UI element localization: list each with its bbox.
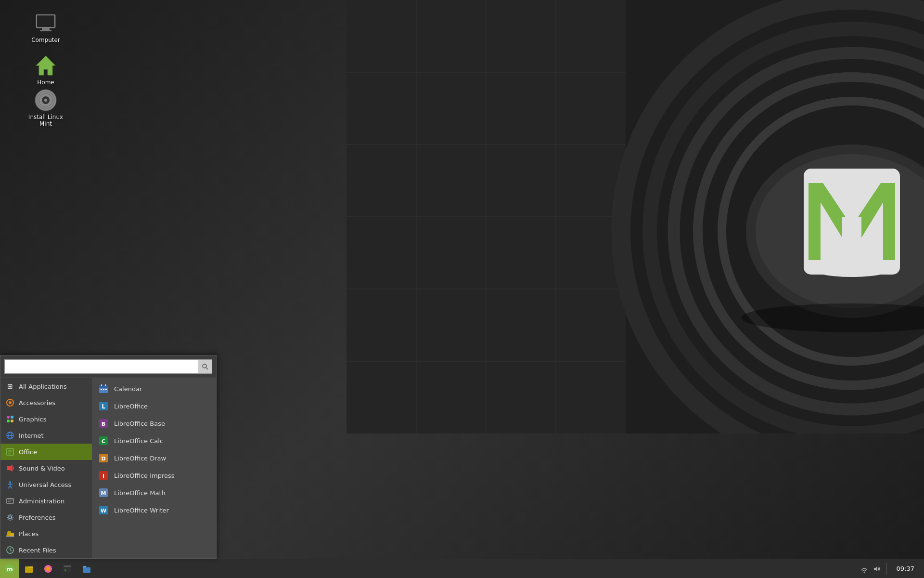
- graphics-icon: [5, 414, 15, 424]
- cat-internet[interactable]: Internet: [0, 427, 92, 444]
- app-libreoffice-draw[interactable]: D LibreOffice Draw: [92, 449, 216, 467]
- svg-rect-23: [37, 15, 54, 27]
- svg-rect-53: [7, 499, 13, 503]
- cat-universal-access-label: Universal Access: [19, 481, 71, 488]
- menu-categories: ⊞ All Applications Accessories: [0, 378, 92, 558]
- desktop-icon-install-mint[interactable]: Install Linux Mint: [24, 87, 67, 129]
- libreoffice-calc-icon: C: [98, 435, 109, 447]
- svg-text:>_: >_: [64, 568, 69, 572]
- cat-graphics[interactable]: Graphics: [0, 411, 92, 427]
- search-bar: [0, 355, 216, 378]
- menu-body: ⊞ All Applications Accessories: [0, 378, 216, 558]
- places-icon: [5, 529, 15, 539]
- svg-line-62: [10, 550, 12, 551]
- calendar-app-icon: [98, 383, 109, 394]
- libreoffice-draw-label: LibreOffice Draw: [114, 455, 166, 462]
- search-input[interactable]: [5, 361, 198, 372]
- cat-internet-label: Internet: [19, 432, 44, 439]
- app-libreoffice-math[interactable]: M LibreOffice Math: [92, 484, 216, 501]
- svg-point-37: [11, 416, 13, 419]
- svg-rect-25: [40, 30, 51, 31]
- cat-graphics-label: Graphics: [19, 416, 46, 423]
- libreoffice-calc-label: LibreOffice Calc: [114, 437, 163, 445]
- cat-preferences-label: Preferences: [19, 514, 55, 521]
- taskbar-firefox-button[interactable]: [38, 559, 58, 578]
- taskbar-right: 09:37: [860, 563, 924, 575]
- svg-point-29: [44, 99, 47, 102]
- start-button[interactable]: m: [0, 559, 19, 578]
- svg-rect-67: [101, 389, 102, 390]
- cat-recent-label: Recent Files: [19, 547, 56, 554]
- app-libreoffice-writer[interactable]: W LibreOffice Writer: [92, 501, 216, 519]
- svg-rect-93: [83, 567, 90, 573]
- cat-recent-files[interactable]: Recent Files: [0, 542, 92, 558]
- desktop-wallpaper: [346, 0, 924, 434]
- svg-point-38: [7, 420, 10, 422]
- desktop-icon-home[interactable]: Home: [24, 52, 67, 88]
- svg-rect-59: [6, 536, 14, 537]
- administration-icon: [5, 496, 15, 506]
- cat-places[interactable]: Places: [0, 525, 92, 542]
- app-libreoffice[interactable]: L LibreOffice: [92, 397, 216, 415]
- cat-office[interactable]: Office: [0, 444, 92, 460]
- universal-access-icon: [5, 480, 15, 489]
- cat-sound-video[interactable]: Sound & Video: [0, 460, 92, 476]
- cat-administration[interactable]: Administration: [0, 493, 92, 509]
- svg-point-35: [9, 401, 12, 404]
- app-menu: ⊞ All Applications Accessories: [0, 355, 217, 559]
- app-calendar[interactable]: Calendar: [92, 380, 216, 397]
- menu-apps: Calendar L LibreOffice: [92, 378, 216, 558]
- svg-point-89: [46, 567, 50, 571]
- libreoffice-icon: L: [98, 400, 109, 412]
- computer-icon: [34, 12, 57, 35]
- svg-rect-58: [10, 533, 14, 536]
- svg-point-36: [7, 416, 10, 419]
- cat-universal-access[interactable]: Universal Access: [0, 476, 92, 493]
- svg-rect-24: [42, 28, 50, 30]
- taskbar-left: m >_: [0, 559, 860, 578]
- desktop-icon-computer[interactable]: Computer: [24, 10, 67, 45]
- svg-line-33: [206, 368, 208, 369]
- cat-accessories[interactable]: Accessories: [0, 394, 92, 411]
- home-icon: [34, 54, 57, 77]
- libreoffice-base-label: LibreOffice Base: [114, 420, 165, 427]
- taskbar-files-button[interactable]: [19, 559, 38, 578]
- app-libreoffice-base[interactable]: B LibreOffice Base: [92, 415, 216, 432]
- svg-point-56: [9, 516, 12, 519]
- svg-text:C: C: [102, 438, 105, 445]
- app-libreoffice-impress[interactable]: I LibreOffice Impress: [92, 467, 216, 484]
- install-mint-label: Install Linux Mint: [26, 114, 65, 127]
- libreoffice-impress-label: LibreOffice Impress: [114, 472, 175, 479]
- calendar-label: Calendar: [114, 385, 142, 393]
- cat-administration-label: Administration: [19, 498, 64, 505]
- svg-rect-69: [105, 389, 107, 390]
- office-icon: [5, 447, 15, 457]
- recent-files-icon: [5, 545, 15, 555]
- computer-icon-label: Computer: [31, 37, 60, 43]
- svg-point-32: [203, 364, 206, 368]
- svg-rect-64: [99, 385, 108, 388]
- svg-text:L: L: [102, 403, 105, 410]
- taskbar-terminal-button[interactable]: >_: [58, 559, 77, 578]
- taskbar-folder-button[interactable]: [77, 559, 96, 578]
- svg-text:I: I: [103, 473, 104, 479]
- network-tray-icon[interactable]: [860, 564, 869, 574]
- volume-tray-icon[interactable]: [872, 564, 882, 574]
- tray-separator: [886, 563, 887, 575]
- app-libreoffice-calc[interactable]: C LibreOffice Calc: [92, 432, 216, 449]
- taskbar-clock[interactable]: 09:37: [892, 565, 919, 572]
- sound-video-icon: [5, 463, 15, 473]
- libreoffice-impress-icon: I: [98, 470, 109, 481]
- cat-preferences[interactable]: Preferences: [0, 509, 92, 525]
- search-input-wrap: [4, 359, 212, 374]
- libreoffice-label: LibreOffice: [114, 403, 148, 410]
- preferences-icon: [5, 512, 15, 522]
- svg-marker-26: [36, 56, 55, 75]
- search-button[interactable]: [198, 360, 212, 373]
- svg-text:M: M: [101, 490, 106, 497]
- desktop: Computer Home Install Linux Mint: [0, 0, 924, 578]
- cat-all-label: All Applications: [19, 383, 67, 390]
- libreoffice-math-label: LibreOffice Math: [114, 489, 166, 497]
- cat-office-label: Office: [19, 448, 37, 456]
- cat-all-applications[interactable]: ⊞ All Applications: [0, 378, 92, 394]
